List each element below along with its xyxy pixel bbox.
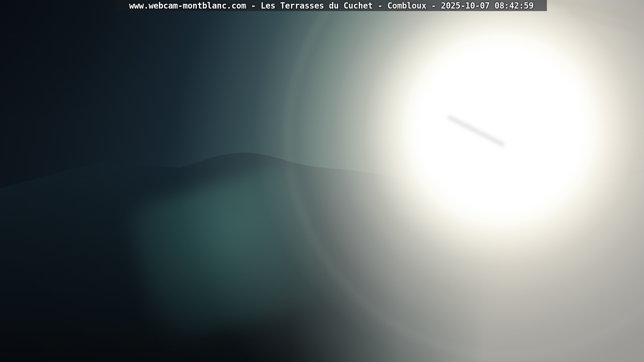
caption-bar: www.webcam-montblanc.com - Les Terrasses… xyxy=(116,0,547,11)
webcam-photo: www.webcam-montblanc.com - Les Terrasses… xyxy=(0,0,644,362)
caption-text: www.webcam-montblanc.com - Les Terrasses… xyxy=(129,1,534,11)
